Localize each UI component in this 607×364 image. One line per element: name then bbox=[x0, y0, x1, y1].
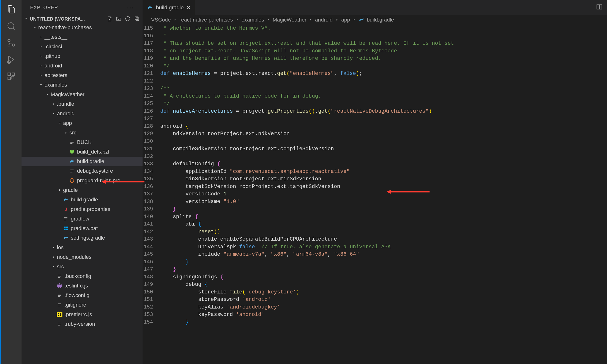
close-icon[interactable]: × bbox=[187, 4, 190, 11]
code-line[interactable]: ndkVersion rootProject.ext.ndkVersion bbox=[160, 130, 607, 138]
tree-folder[interactable]: MagicWeather bbox=[22, 90, 142, 99]
tree-file[interactable]: BUCK bbox=[22, 138, 142, 147]
tree-file[interactable]: build_defs.bzl bbox=[22, 147, 142, 157]
tree-file[interactable]: .flowconfig bbox=[22, 291, 142, 300]
tree-folder[interactable]: android bbox=[22, 109, 142, 118]
line-number: 129 bbox=[142, 130, 153, 138]
tree-file[interactable]: gradlew.bat bbox=[22, 224, 142, 233]
code-line[interactable] bbox=[160, 115, 607, 123]
tree-folder[interactable]: .circleci bbox=[22, 42, 142, 52]
code-line[interactable]: } bbox=[160, 206, 607, 213]
code-line[interactable]: universalApk false // If true, also gene… bbox=[160, 243, 607, 251]
line-number: 127 bbox=[142, 115, 153, 123]
tree-folder[interactable]: ios bbox=[22, 243, 142, 252]
code-line[interactable]: abi { bbox=[160, 221, 607, 228]
tree-file[interactable]: settings.gradle bbox=[22, 233, 142, 243]
crumb[interactable]: build.gradle bbox=[367, 17, 394, 23]
editor[interactable]: 1151161171181191201211221231241251261271… bbox=[142, 25, 607, 364]
tree-folder[interactable]: src bbox=[22, 262, 142, 272]
extensions-icon[interactable] bbox=[6, 71, 16, 81]
code-line[interactable]: reset() bbox=[160, 228, 607, 236]
sidebar-more-icon[interactable]: ··· bbox=[127, 4, 134, 12]
crumb[interactable]: VSCode bbox=[151, 17, 171, 23]
tree-folder[interactable]: examples bbox=[22, 80, 142, 90]
code-line[interactable]: } bbox=[160, 319, 607, 326]
line-number: 121 bbox=[142, 70, 153, 78]
code-line[interactable]: * whether to enable the Hermes VM. bbox=[160, 25, 607, 32]
code-line[interactable] bbox=[160, 138, 607, 145]
tree-file[interactable]: .gitignore bbox=[22, 300, 142, 310]
refresh-icon[interactable] bbox=[125, 16, 131, 22]
code-line[interactable]: * on project.ext.react, JavaScript will … bbox=[160, 47, 607, 55]
code-line[interactable]: splits { bbox=[160, 213, 607, 221]
code-line[interactable]: applicationId "com.revenuecat.sampleapp.… bbox=[160, 168, 607, 176]
code-line[interactable]: /** bbox=[160, 85, 607, 92]
new-file-icon[interactable] bbox=[107, 16, 113, 22]
code-line[interactable]: def enableHermes = project.ext.react.get… bbox=[160, 70, 607, 78]
code-line[interactable]: * and the benefits of using Hermes will … bbox=[160, 55, 607, 62]
code-line[interactable]: } bbox=[160, 266, 607, 273]
tree-file[interactable]: JS.prettierrc.js bbox=[22, 310, 142, 319]
code-line[interactable]: debug { bbox=[160, 281, 607, 288]
tree-folder[interactable]: node_modules bbox=[22, 252, 142, 262]
crumb[interactable]: examples bbox=[242, 17, 264, 23]
crumb[interactable]: app bbox=[341, 17, 350, 23]
tree-file[interactable]: build.gradle bbox=[22, 157, 142, 166]
tree-folder[interactable]: react-native-purchases bbox=[22, 23, 142, 32]
crumb[interactable]: react-native-purchases bbox=[179, 17, 233, 23]
tree-folder[interactable]: gradle bbox=[22, 185, 142, 195]
code-line[interactable]: signingConfigs { bbox=[160, 273, 607, 281]
tree-folder[interactable]: __tests__ bbox=[22, 32, 142, 42]
code-line[interactable]: enable enableSeparateBuildPerCPUArchitec… bbox=[160, 235, 607, 243]
tree-folder[interactable]: app bbox=[22, 118, 142, 128]
split-editor-icon[interactable] bbox=[596, 4, 603, 12]
code-line[interactable]: defaultConfig { bbox=[160, 160, 607, 168]
tree-file[interactable]: .buckconfig bbox=[22, 272, 142, 281]
file-icon bbox=[63, 225, 69, 232]
tree-folder[interactable]: .github bbox=[22, 52, 142, 61]
crumb[interactable]: MagicWeather bbox=[273, 17, 306, 23]
code-line[interactable]: } bbox=[160, 258, 607, 266]
tree-file[interactable]: build.gradle bbox=[22, 195, 142, 205]
tree-folder[interactable]: android bbox=[22, 61, 142, 71]
workspace-header[interactable]: UNTITLED (WORKSPA... bbox=[22, 15, 142, 23]
tree-file[interactable]: gradlew bbox=[22, 214, 142, 224]
tree-file[interactable]: .eslintrc.js bbox=[22, 281, 142, 291]
breadcrumb[interactable]: VSCodereact-native-purchasesexamplesMagi… bbox=[142, 15, 607, 25]
code-line[interactable]: def nativeArchitectures = project.getPro… bbox=[160, 108, 607, 115]
collapse-icon[interactable] bbox=[134, 16, 140, 22]
debug-icon[interactable] bbox=[6, 54, 16, 65]
tree-folder[interactable]: .bundle bbox=[22, 99, 142, 109]
code-line[interactable]: * Architectures to build native code for… bbox=[160, 92, 607, 100]
code-line[interactable]: targetSdkVersion rootProject.ext.targetS… bbox=[160, 183, 607, 191]
code-line[interactable]: minSdkVersion rootProject.ext.minSdkVers… bbox=[160, 175, 607, 183]
code-line[interactable]: include "armeabi-v7a", "x86", "arm64-v8a… bbox=[160, 251, 607, 258]
tab-build-gradle[interactable]: build.gradle × bbox=[142, 0, 195, 15]
code-line[interactable]: */ bbox=[160, 100, 607, 108]
tree-folder[interactable]: apitesters bbox=[22, 71, 142, 80]
tree-folder[interactable]: src bbox=[22, 128, 142, 138]
code-line[interactable]: android { bbox=[160, 123, 607, 130]
code-line[interactable] bbox=[160, 78, 607, 85]
code-line[interactable]: storeFile file('debug.keystore') bbox=[160, 288, 607, 296]
code-line[interactable] bbox=[160, 153, 607, 160]
code-line[interactable]: * bbox=[160, 32, 607, 40]
crumb[interactable]: android bbox=[315, 17, 332, 23]
tree-file[interactable]: Jgradle.properties bbox=[22, 205, 142, 214]
svg-rect-30 bbox=[64, 229, 66, 230]
new-folder-icon[interactable] bbox=[116, 16, 122, 22]
code-line[interactable]: versionCode 1 bbox=[160, 190, 607, 198]
code-area[interactable]: * whether to enable the Hermes VM. * * T… bbox=[160, 25, 607, 364]
code-line[interactable]: keyPassword 'android' bbox=[160, 311, 607, 319]
source-control-icon[interactable] bbox=[6, 38, 16, 48]
search-icon[interactable] bbox=[6, 21, 16, 31]
explorer-icon[interactable] bbox=[6, 4, 16, 14]
tree-file[interactable]: debug.keystore bbox=[22, 166, 142, 176]
tree-file[interactable]: .ruby-version bbox=[22, 319, 142, 329]
code-line[interactable]: keyAlias 'androiddebugkey' bbox=[160, 303, 607, 311]
code-line[interactable]: storePassword 'android' bbox=[160, 296, 607, 303]
code-line[interactable]: */ bbox=[160, 62, 607, 70]
code-line[interactable]: compileSdkVersion rootProject.ext.compil… bbox=[160, 145, 607, 153]
code-line[interactable]: * This should be set on project.ext.reac… bbox=[160, 40, 607, 47]
code-line[interactable]: versionName "1.0" bbox=[160, 198, 607, 206]
